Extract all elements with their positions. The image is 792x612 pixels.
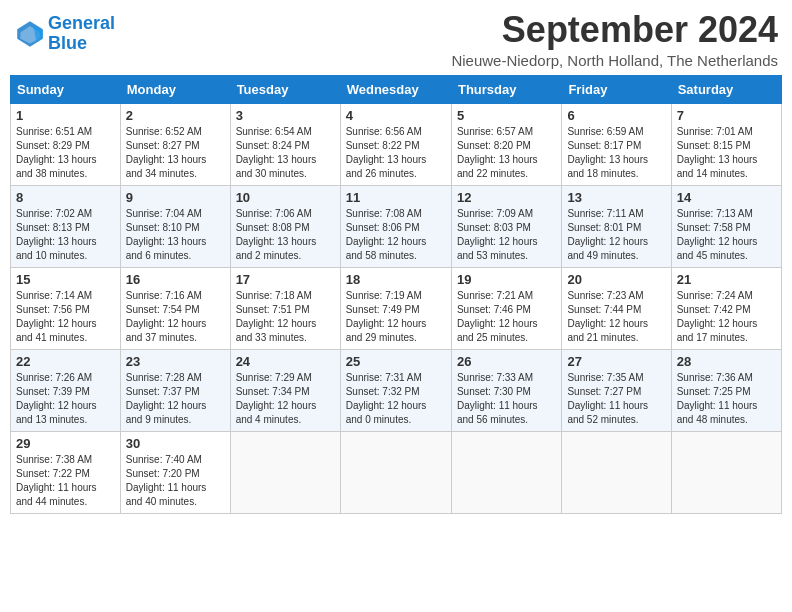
calendar-cell: 1Sunrise: 6:51 AM Sunset: 8:29 PM Daylig… [11,103,121,185]
calendar-cell: 21Sunrise: 7:24 AM Sunset: 7:42 PM Dayli… [671,267,781,349]
day-number: 2 [126,108,225,123]
calendar-cell [562,431,671,513]
day-number: 22 [16,354,115,369]
col-header-thursday: Thursday [451,75,561,103]
day-number: 16 [126,272,225,287]
calendar-cell: 15Sunrise: 7:14 AM Sunset: 7:56 PM Dayli… [11,267,121,349]
calendar-cell: 27Sunrise: 7:35 AM Sunset: 7:27 PM Dayli… [562,349,671,431]
calendar-cell [451,431,561,513]
day-info: Sunrise: 7:02 AM Sunset: 8:13 PM Dayligh… [16,207,115,263]
logo-icon [14,18,46,50]
logo-text: General Blue [48,14,115,54]
day-info: Sunrise: 7:26 AM Sunset: 7:39 PM Dayligh… [16,371,115,427]
day-number: 4 [346,108,446,123]
calendar-cell: 25Sunrise: 7:31 AM Sunset: 7:32 PM Dayli… [340,349,451,431]
day-number: 6 [567,108,665,123]
calendar-cell: 9Sunrise: 7:04 AM Sunset: 8:10 PM Daylig… [120,185,230,267]
day-info: Sunrise: 7:16 AM Sunset: 7:54 PM Dayligh… [126,289,225,345]
day-info: Sunrise: 6:59 AM Sunset: 8:17 PM Dayligh… [567,125,665,181]
calendar-week-1: 1Sunrise: 6:51 AM Sunset: 8:29 PM Daylig… [11,103,782,185]
day-info: Sunrise: 7:36 AM Sunset: 7:25 PM Dayligh… [677,371,776,427]
calendar-cell: 14Sunrise: 7:13 AM Sunset: 7:58 PM Dayli… [671,185,781,267]
page-header: General Blue September 2024 Nieuwe-Niedo… [10,10,782,69]
calendar-cell: 18Sunrise: 7:19 AM Sunset: 7:49 PM Dayli… [340,267,451,349]
day-info: Sunrise: 6:57 AM Sunset: 8:20 PM Dayligh… [457,125,556,181]
calendar-cell [340,431,451,513]
calendar-cell: 4Sunrise: 6:56 AM Sunset: 8:22 PM Daylig… [340,103,451,185]
day-info: Sunrise: 6:56 AM Sunset: 8:22 PM Dayligh… [346,125,446,181]
day-number: 20 [567,272,665,287]
day-info: Sunrise: 7:13 AM Sunset: 7:58 PM Dayligh… [677,207,776,263]
calendar-cell: 20Sunrise: 7:23 AM Sunset: 7:44 PM Dayli… [562,267,671,349]
calendar-cell: 10Sunrise: 7:06 AM Sunset: 8:08 PM Dayli… [230,185,340,267]
calendar-week-3: 15Sunrise: 7:14 AM Sunset: 7:56 PM Dayli… [11,267,782,349]
calendar-cell [671,431,781,513]
day-number: 21 [677,272,776,287]
calendar-cell: 13Sunrise: 7:11 AM Sunset: 8:01 PM Dayli… [562,185,671,267]
day-number: 29 [16,436,115,451]
day-number: 25 [346,354,446,369]
day-info: Sunrise: 7:11 AM Sunset: 8:01 PM Dayligh… [567,207,665,263]
day-info: Sunrise: 7:33 AM Sunset: 7:30 PM Dayligh… [457,371,556,427]
col-header-sunday: Sunday [11,75,121,103]
calendar-week-5: 29Sunrise: 7:38 AM Sunset: 7:22 PM Dayli… [11,431,782,513]
day-number: 19 [457,272,556,287]
calendar-week-2: 8Sunrise: 7:02 AM Sunset: 8:13 PM Daylig… [11,185,782,267]
day-info: Sunrise: 6:54 AM Sunset: 8:24 PM Dayligh… [236,125,335,181]
day-number: 3 [236,108,335,123]
day-number: 10 [236,190,335,205]
calendar-cell: 12Sunrise: 7:09 AM Sunset: 8:03 PM Dayli… [451,185,561,267]
day-number: 26 [457,354,556,369]
calendar-cell: 3Sunrise: 6:54 AM Sunset: 8:24 PM Daylig… [230,103,340,185]
day-number: 7 [677,108,776,123]
calendar-cell: 23Sunrise: 7:28 AM Sunset: 7:37 PM Dayli… [120,349,230,431]
col-header-wednesday: Wednesday [340,75,451,103]
day-number: 11 [346,190,446,205]
col-header-saturday: Saturday [671,75,781,103]
day-number: 14 [677,190,776,205]
day-info: Sunrise: 7:31 AM Sunset: 7:32 PM Dayligh… [346,371,446,427]
day-number: 17 [236,272,335,287]
day-number: 23 [126,354,225,369]
day-info: Sunrise: 7:18 AM Sunset: 7:51 PM Dayligh… [236,289,335,345]
calendar-cell: 24Sunrise: 7:29 AM Sunset: 7:34 PM Dayli… [230,349,340,431]
col-header-monday: Monday [120,75,230,103]
day-info: Sunrise: 7:14 AM Sunset: 7:56 PM Dayligh… [16,289,115,345]
day-number: 15 [16,272,115,287]
col-header-friday: Friday [562,75,671,103]
calendar-cell: 22Sunrise: 7:26 AM Sunset: 7:39 PM Dayli… [11,349,121,431]
calendar-subtitle: Nieuwe-Niedorp, North Holland, The Nethe… [451,52,778,69]
day-info: Sunrise: 7:35 AM Sunset: 7:27 PM Dayligh… [567,371,665,427]
day-info: Sunrise: 7:01 AM Sunset: 8:15 PM Dayligh… [677,125,776,181]
calendar-cell: 11Sunrise: 7:08 AM Sunset: 8:06 PM Dayli… [340,185,451,267]
day-number: 9 [126,190,225,205]
calendar-week-4: 22Sunrise: 7:26 AM Sunset: 7:39 PM Dayli… [11,349,782,431]
day-number: 5 [457,108,556,123]
calendar-cell: 5Sunrise: 6:57 AM Sunset: 8:20 PM Daylig… [451,103,561,185]
day-info: Sunrise: 7:24 AM Sunset: 7:42 PM Dayligh… [677,289,776,345]
day-number: 18 [346,272,446,287]
day-number: 12 [457,190,556,205]
day-info: Sunrise: 7:08 AM Sunset: 8:06 PM Dayligh… [346,207,446,263]
calendar-cell: 8Sunrise: 7:02 AM Sunset: 8:13 PM Daylig… [11,185,121,267]
day-info: Sunrise: 7:09 AM Sunset: 8:03 PM Dayligh… [457,207,556,263]
day-number: 24 [236,354,335,369]
calendar-cell: 26Sunrise: 7:33 AM Sunset: 7:30 PM Dayli… [451,349,561,431]
day-number: 13 [567,190,665,205]
day-info: Sunrise: 7:38 AM Sunset: 7:22 PM Dayligh… [16,453,115,509]
calendar-cell: 29Sunrise: 7:38 AM Sunset: 7:22 PM Dayli… [11,431,121,513]
calendar-cell: 16Sunrise: 7:16 AM Sunset: 7:54 PM Dayli… [120,267,230,349]
day-info: Sunrise: 7:28 AM Sunset: 7:37 PM Dayligh… [126,371,225,427]
calendar-cell [230,431,340,513]
day-info: Sunrise: 7:23 AM Sunset: 7:44 PM Dayligh… [567,289,665,345]
day-info: Sunrise: 7:04 AM Sunset: 8:10 PM Dayligh… [126,207,225,263]
day-info: Sunrise: 7:40 AM Sunset: 7:20 PM Dayligh… [126,453,225,509]
day-number: 30 [126,436,225,451]
calendar-cell: 28Sunrise: 7:36 AM Sunset: 7:25 PM Dayli… [671,349,781,431]
day-info: Sunrise: 7:21 AM Sunset: 7:46 PM Dayligh… [457,289,556,345]
calendar-header-row: SundayMondayTuesdayWednesdayThursdayFrid… [11,75,782,103]
calendar-cell: 30Sunrise: 7:40 AM Sunset: 7:20 PM Dayli… [120,431,230,513]
title-block: September 2024 Nieuwe-Niedorp, North Hol… [451,10,778,69]
day-info: Sunrise: 7:06 AM Sunset: 8:08 PM Dayligh… [236,207,335,263]
day-number: 1 [16,108,115,123]
